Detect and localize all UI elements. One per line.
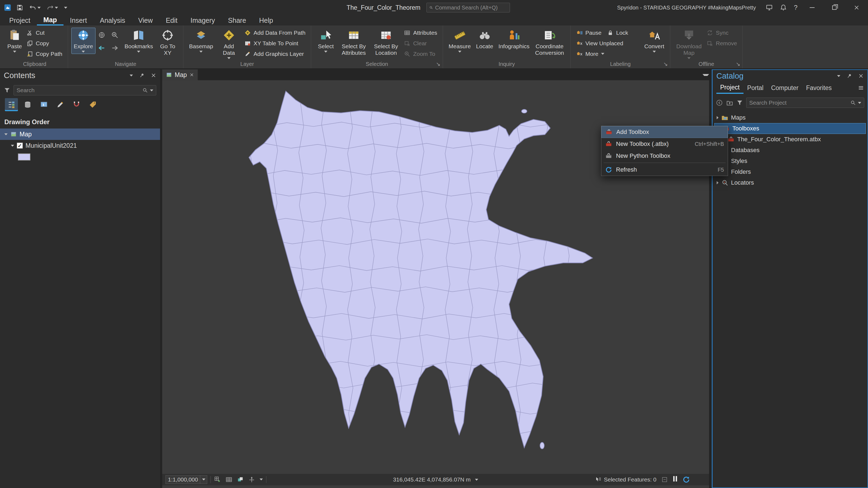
minimize-button[interactable] [805, 0, 820, 15]
catalog-item-toolboxes[interactable]: Toolboxes [714, 123, 866, 134]
tab-map[interactable]: Map [37, 15, 63, 26]
pause-labeling-button[interactable]: Pause [574, 28, 604, 38]
copy-path-button[interactable]: Copy Path [24, 49, 65, 59]
catalog-search-input[interactable] [749, 99, 848, 106]
explore-button[interactable]: Explore [71, 28, 95, 54]
catalog-item-maps[interactable]: Maps [714, 112, 866, 123]
go-to-xy-button[interactable]: Go To XY [155, 28, 180, 58]
scale-dropdown[interactable] [200, 475, 207, 484]
lock-labeling-button[interactable]: Lock [605, 28, 630, 38]
view-unplaced-button[interactable]: View Unplaced [574, 38, 642, 48]
help-icon[interactable]: ? [794, 4, 798, 11]
expander-icon[interactable] [11, 145, 14, 147]
tab-project[interactable]: Project [3, 15, 37, 26]
command-search[interactable] [426, 3, 510, 12]
chevron-down-icon[interactable] [150, 90, 153, 91]
clear-button[interactable]: Clear [402, 38, 439, 48]
scale-combo[interactable]: 1:1,000,000 [165, 475, 200, 484]
account-name[interactable]: Spyridon - STARIDAS GEOGRAPHY #MakingMap… [617, 5, 756, 11]
chevron-down-icon[interactable] [858, 102, 861, 104]
refresh-map-button[interactable] [682, 476, 690, 483]
tab-selection[interactable] [37, 98, 51, 111]
catalog-item-styles[interactable]: Styles [714, 156, 866, 166]
catalog-item-toolbox-file[interactable]: The_Four_Color_Theorem.atbx [714, 134, 866, 145]
tab-analysis[interactable]: Analysis [93, 15, 131, 26]
catalog-tab-project[interactable]: Project [716, 82, 744, 94]
catalog-close-icon[interactable] [858, 73, 864, 78]
next-extent-button[interactable] [111, 44, 119, 52]
swap-basemap-icon[interactable] [237, 476, 244, 483]
basemap-button[interactable]: Basemap [187, 28, 216, 54]
map-view-tab[interactable]: Map [162, 69, 198, 80]
sync-button[interactable]: Sync [705, 28, 739, 38]
layer-symbol-swatch[interactable] [18, 154, 30, 161]
add-graphics-layer-button[interactable]: Add Graphics Layer [242, 49, 308, 59]
coordinate-conversion-button[interactable]: Coordinate Conversion [532, 28, 567, 58]
selected-features-readout[interactable]: Selected Features: 0 [595, 476, 656, 483]
add-data-button[interactable]: Add Data [216, 28, 242, 61]
menu-item-add-toolbox[interactable]: Add Toolbox [601, 126, 728, 138]
full-extent-button[interactable] [98, 31, 105, 39]
tab-imagery[interactable]: Imagery [184, 15, 221, 26]
catalog-search-box[interactable] [746, 98, 864, 108]
close-button[interactable] [849, 0, 864, 15]
tab-help[interactable]: Help [252, 15, 279, 26]
expander-icon[interactable] [717, 181, 718, 184]
select-button[interactable]: Select [314, 28, 337, 54]
select-by-location-button[interactable]: Select By Location [370, 28, 402, 58]
zoom-to-button[interactable]: Zoom To [402, 49, 439, 59]
tab-list-chevron-icon[interactable] [703, 74, 709, 76]
catalog-options-icon[interactable] [858, 85, 867, 91]
customize-toolbar-button[interactable] [63, 6, 68, 10]
save-button[interactable] [15, 3, 24, 12]
convert-labels-button[interactable]: Convert [642, 28, 667, 54]
undo-button[interactable] [28, 3, 42, 12]
chevron-down-icon[interactable] [259, 479, 263, 480]
add-data-from-path-button[interactable]: Add Data From Path [242, 28, 308, 38]
notifications-icon[interactable] [780, 4, 787, 11]
layer-visibility-checkbox[interactable]: ✓ [17, 142, 23, 149]
coordinate-units-chevron-icon[interactable] [475, 479, 478, 481]
contents-search-box[interactable] [13, 85, 156, 95]
new-map-surround-icon[interactable] [214, 476, 221, 483]
catalog-menu-chevron-icon[interactable] [837, 75, 840, 77]
pause-drawing-button[interactable] [673, 476, 678, 483]
back-icon[interactable] [716, 99, 723, 106]
catalog-tab-favorites[interactable]: Favorites [802, 82, 836, 94]
tab-data-source[interactable] [21, 98, 34, 111]
more-labeling-button[interactable]: More [574, 49, 642, 59]
layer-row-municipalunit2021[interactable]: ✓ MunicipalUnit2021 [0, 140, 160, 151]
fixed-zoom-button[interactable] [111, 31, 119, 39]
up-one-level-icon[interactable] [726, 99, 733, 106]
catalog-item-folders[interactable]: Folders [714, 166, 866, 177]
catalog-item-databases[interactable]: Databases [714, 145, 866, 156]
pin-icon[interactable] [846, 73, 852, 79]
tab-view[interactable]: View [131, 15, 159, 26]
catalog-tab-portal[interactable]: Portal [744, 82, 767, 94]
menu-item-new-python-toolbox[interactable]: New Python Toolbox [601, 150, 728, 162]
expander-icon[interactable] [4, 133, 8, 135]
select-by-attributes-button[interactable]: Select By Attributes [337, 28, 370, 58]
copy-button[interactable]: Copy [24, 38, 65, 48]
tab-editing[interactable] [54, 98, 67, 111]
tab-drawing-order[interactable] [5, 98, 18, 111]
tab-snapping[interactable] [70, 98, 83, 111]
xy-table-to-point-button[interactable]: XY Table To Point [242, 38, 308, 48]
pin-icon[interactable] [139, 72, 145, 78]
tab-share[interactable]: Share [222, 15, 253, 26]
menu-item-new-toolbox[interactable]: New Toolbox (.atbx) Ctrl+Shift+B [601, 138, 728, 150]
redo-button[interactable] [45, 3, 59, 12]
tab-edit[interactable]: Edit [159, 15, 184, 26]
paste-button[interactable]: Paste [5, 28, 24, 54]
download-map-button[interactable]: Download Map [674, 28, 705, 61]
catalog-tab-computer[interactable]: Computer [767, 82, 802, 94]
contents-close-icon[interactable] [151, 73, 156, 78]
filter-icon[interactable] [4, 87, 10, 94]
selection-constraint-icon[interactable] [661, 476, 668, 483]
infographics-button[interactable]: Infographics [496, 28, 532, 51]
contents-menu-chevron-icon[interactable] [130, 74, 133, 76]
layer-row-map[interactable]: Map [0, 129, 160, 140]
presentation-icon[interactable] [766, 4, 773, 11]
tab-labeling[interactable] [86, 98, 99, 111]
remove-offline-button[interactable]: Remove [705, 38, 739, 48]
